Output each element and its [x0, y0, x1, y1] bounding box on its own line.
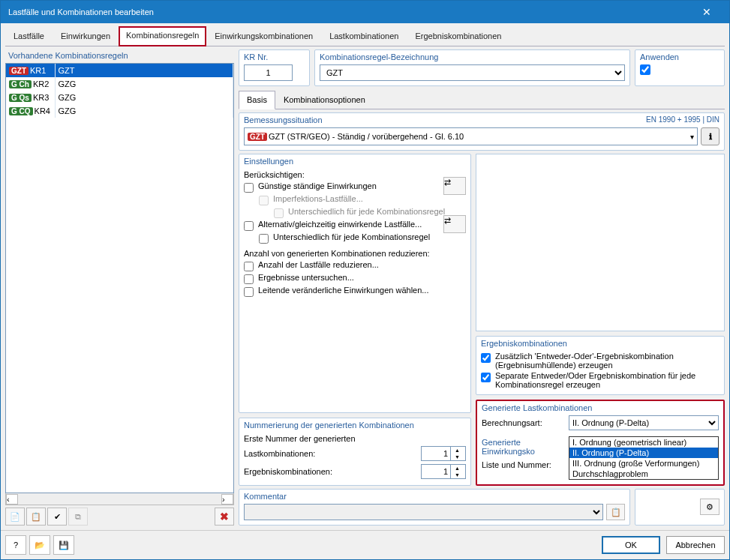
chk-imperf-unter — [274, 208, 284, 218]
tab-lastkombinationen[interactable]: Lastkombinationen — [321, 26, 407, 46]
extra-button[interactable]: ⚙ — [700, 499, 719, 515]
genek-title: Generierte Einwirkungsko — [482, 438, 564, 456]
chk-guenstig[interactable] — [244, 183, 254, 193]
rule-list[interactable]: GZTKR1 GZT G ChKR2 GZG G QsKR3 GZG G C — [5, 63, 234, 493]
list-item[interactable]: G CQKR4 GZG — [6, 104, 233, 118]
scroll-right-icon[interactable]: › — [221, 494, 233, 505]
side-btn-2[interactable]: ⇄ — [443, 215, 466, 233]
chk-anzahl-red[interactable] — [244, 262, 254, 271]
left-title: Vorhandene Kombinationsregeln — [5, 49, 234, 63]
save-button[interactable]: 💾 — [53, 535, 74, 555]
main-tabstrip: Lastfälle Einwirkungen Kombinationsregel… — [5, 26, 725, 46]
window-title: Lastfälle und Kombinationen bearbeiten — [8, 7, 154, 16]
kr-nr-label: KR Nr. — [239, 50, 309, 61]
close-icon[interactable] — [692, 1, 722, 23]
opt-2nd-order[interactable]: II. Ordnung (P-Delta) — [569, 448, 718, 458]
ergkomb-spinner[interactable]: ▲▼ — [421, 464, 466, 479]
tab-ergebniskombinationen[interactable]: Ergebniskombinationen — [407, 26, 509, 46]
badge-gch: G Ch — [9, 80, 32, 88]
info-button[interactable]: ℹ — [701, 127, 719, 145]
chk-separate[interactable] — [481, 373, 491, 382]
list-item[interactable]: G QsKR3 GZG — [6, 91, 233, 104]
new-button[interactable]: 📄 — [5, 508, 25, 526]
delete-button[interactable]: ✖ — [215, 508, 234, 526]
preview-area — [476, 154, 725, 331]
standard-code: EN 1990 + 1995 | DIN — [646, 113, 724, 124]
list-item[interactable]: G ChKR2 GZG — [6, 77, 233, 91]
side-btn-1[interactable]: ⇄ — [443, 177, 466, 195]
liste-nummer-label: Liste und Nummer: — [482, 460, 564, 469]
anwenden-label: Anwenden — [635, 50, 724, 61]
bemess-select[interactable]: GZT GZT (STR/GEO) - Ständig / vorübergeh… — [244, 127, 698, 145]
tab-kombinationsregeln[interactable]: Kombinationsregeln — [119, 26, 206, 46]
badge-gcq: G CQ — [9, 107, 33, 115]
h-scrollbar[interactable]: ‹ › — [5, 493, 234, 505]
genlk-title: Generierte Lastkombinationen — [477, 401, 723, 412]
numm-title: Nummerierung der generierten Kombination… — [239, 418, 470, 430]
chk-leitende[interactable] — [244, 287, 254, 297]
ergk-title: Ergebniskombinationen — [476, 337, 724, 348]
berechnungsart-dropdown-list[interactable]: I. Ordnung (geometrisch linear) II. Ordn… — [569, 436, 719, 480]
lastkomb-label: Lastkombinationen: — [244, 449, 416, 458]
ok-button[interactable]: OK — [602, 536, 660, 554]
chk-zusatz[interactable] — [481, 353, 491, 363]
folder-button[interactable]: 📂 — [29, 535, 50, 555]
list-item[interactable]: GZTKR1 GZT — [6, 64, 233, 77]
link-button[interactable]: ⧉ — [68, 508, 88, 526]
chevron-down-icon: ▾ — [690, 133, 694, 141]
einst-title: Einstellungen — [239, 154, 470, 166]
opt-3rd-order[interactable]: III. Ordnung (große Verformungen) — [569, 458, 718, 469]
kr-bez-select[interactable]: GZT — [320, 64, 625, 81]
berechnungsart-select[interactable]: II. Ordnung (P-Delta) — [569, 415, 719, 430]
lastkomb-spinner[interactable]: ▲▼ — [421, 446, 466, 461]
copy-button[interactable]: 📋 — [26, 508, 46, 526]
chk-imperf — [259, 196, 269, 205]
red-label: Anzahl von generierten Kombinationen red… — [244, 244, 466, 259]
cancel-button[interactable]: Abbrechen — [666, 536, 725, 554]
kommentar-select[interactable] — [244, 504, 603, 520]
kr-nr-input[interactable] — [244, 64, 293, 81]
tab-einwirkungskombinationen[interactable]: Einwirkungskombinationen — [206, 26, 321, 46]
opt-durchschlag[interactable]: Durchschlagproblem — [569, 469, 718, 479]
chk-alternativ[interactable] — [244, 221, 254, 231]
help-button[interactable]: ? — [5, 535, 26, 555]
kommentar-pick-button[interactable]: 📋 — [606, 504, 625, 520]
chk-alt-unter[interactable] — [259, 234, 269, 244]
tab-kombinationsoptionen[interactable]: Kombinationsoptionen — [275, 91, 374, 109]
scroll-left-icon[interactable]: ‹ — [6, 494, 18, 505]
bemess-title: Bemessungssituation — [239, 113, 646, 124]
badge-gzt: GZT — [9, 67, 29, 75]
tab-lastfaelle[interactable]: Lastfälle — [5, 26, 53, 46]
numm-line1: Erste Nummer der generierten — [244, 433, 466, 445]
ergkomb-label: Ergebniskombinationen: — [244, 467, 416, 476]
opt-1st-order[interactable]: I. Ordnung (geometrisch linear) — [569, 437, 718, 448]
badge-gzt-inline: GZT — [248, 133, 267, 141]
chk-erg-unter[interactable] — [244, 274, 254, 284]
beruck-label: Berücksichtigen: — [244, 169, 466, 181]
tab-einwirkungen[interactable]: Einwirkungen — [53, 26, 119, 46]
berechnungsart-label: Berechnungsart: — [482, 418, 564, 427]
badge-gqs: G Qs — [9, 94, 32, 102]
kommentar-title: Kommentar — [239, 490, 629, 501]
tab-basis[interactable]: Basis — [239, 91, 275, 109]
anwenden-checkbox[interactable] — [640, 64, 650, 75]
kr-bez-label: Kombinationsregel-Bezeichnung — [315, 50, 629, 61]
check-button[interactable]: ✔ — [47, 508, 67, 526]
